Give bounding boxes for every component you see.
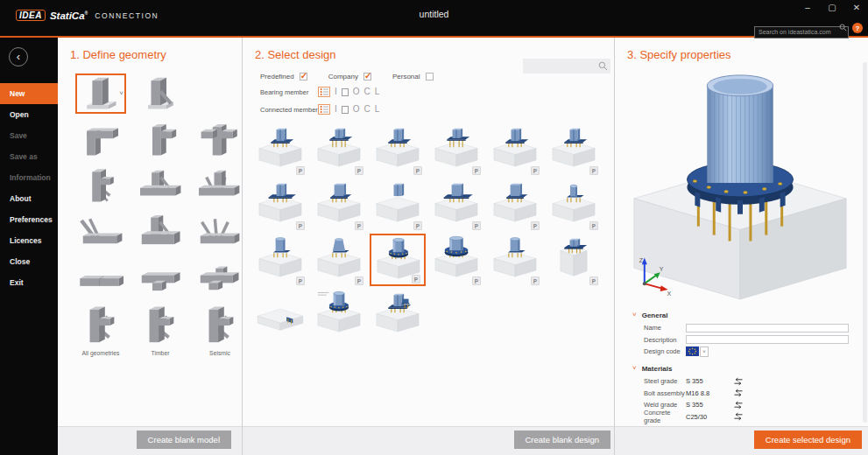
sidebar: ‹ NewOpenSaveSave asInformationAboutPref…	[0, 38, 58, 455]
design-item-circular-column-ring-large[interactable]: P	[428, 234, 484, 286]
geometry-item-beam-column-brace[interactable]	[134, 166, 184, 206]
checkbox-predefined[interactable]	[300, 73, 307, 80]
design-item-box-column-wide-plate[interactable]: P	[428, 178, 484, 231]
geometry-item-beam-splice[interactable]	[75, 259, 125, 299]
design-item-circular-column-plate[interactable]: P	[252, 234, 308, 286]
circular-column-plate-thumbnail	[253, 234, 307, 277]
sidebar-item-open[interactable]: Open	[0, 104, 58, 125]
design-item-circular-column-tapered[interactable]: P	[311, 234, 367, 286]
geometry-item-beam-cross-stubs[interactable]	[192, 259, 242, 299]
description-field[interactable]	[686, 335, 849, 344]
channel-section-icon[interactable]: C	[364, 105, 370, 114]
sidebar-item-exit[interactable]: Exit	[0, 272, 58, 293]
checkbox-company[interactable]	[363, 73, 371, 80]
design-item-box-column-base[interactable]: P	[311, 178, 367, 231]
panel3-title: 3. Specify properties	[627, 48, 868, 61]
design-item-circular-column-base[interactable]: P	[487, 234, 543, 286]
section-general[interactable]: ˅ General	[632, 310, 868, 320]
filter-label: Predefined	[260, 73, 294, 80]
back-button[interactable]: ‹	[9, 47, 28, 66]
beam-column-diagonal-icon	[135, 214, 182, 251]
geometry-item-column-base-brace[interactable]	[135, 74, 186, 114]
geometry-item-beam-column-two-braces[interactable]	[192, 166, 242, 206]
design-item-box-column-base-2[interactable]: P	[487, 178, 543, 231]
i-column-base-shear-thumbnail	[488, 123, 542, 167]
design-item-i-column-standoff-anchors[interactable]: P	[428, 123, 484, 176]
geometry-item-braces-to-beam[interactable]	[75, 213, 125, 253]
material-label: Bolt assembly	[644, 389, 686, 397]
swap-icon[interactable]	[733, 412, 744, 421]
angle-section-icon[interactable]: L	[375, 105, 380, 114]
all-sections-icon[interactable]	[318, 104, 330, 115]
swap-icon[interactable]	[733, 401, 744, 410]
angle-section-icon[interactable]: L	[375, 88, 380, 96]
geometry-item-column-beam-braces[interactable]	[75, 166, 125, 206]
properties-scrollbar[interactable]	[863, 62, 867, 423]
design-item-i-column-base-plate-3[interactable]: P	[546, 123, 602, 176]
window-controls: – ▢ ✕	[801, 3, 863, 12]
geometry-item-beam-column-diagonal[interactable]	[134, 213, 184, 253]
design-item-i-column-plain[interactable]: P	[370, 178, 426, 231]
knee-corner-icon	[76, 122, 123, 158]
i-column-plain-thumbnail	[370, 178, 425, 222]
chevron-down-icon[interactable]: ˅	[119, 89, 123, 97]
geometry-item-column-beam[interactable]	[134, 120, 184, 160]
help-icon[interactable]: ?	[852, 23, 863, 33]
geometry-item-multi-member-timber[interactable]: Timber	[135, 305, 186, 356]
3d-preview[interactable]: Z Y X	[618, 65, 868, 306]
geometry-item-multi-member-seismic[interactable]: Seismic	[194, 305, 245, 356]
minimize-button[interactable]: –	[801, 3, 814, 12]
geometry-item-column-beams-cross[interactable]	[192, 120, 242, 160]
geometry-item-beam-three-diagonals[interactable]	[192, 213, 242, 253]
chevron-down-icon: ˅	[632, 312, 637, 318]
sidebar-item-information: Information	[0, 167, 58, 188]
i-section-icon[interactable]: I	[335, 105, 337, 114]
i-section-icon[interactable]: I	[335, 88, 337, 96]
geometry-item-multi-member-all-geometries[interactable]: All geometries	[75, 305, 126, 356]
close-button[interactable]: ✕	[850, 3, 863, 12]
name-field[interactable]	[686, 324, 849, 332]
create-selected-design-button[interactable]: Create selected design	[754, 430, 862, 449]
geometry-item-knee-corner[interactable]	[75, 120, 125, 160]
swap-icon[interactable]	[733, 377, 744, 386]
geometry-grid: ˅All geometriesTimberSeismic	[58, 74, 242, 356]
sidebar-item-preferences[interactable]: Preferences	[0, 209, 58, 230]
channel-section-icon[interactable]: C	[364, 88, 370, 96]
global-search-input[interactable]	[754, 26, 849, 38]
sidebar-item-new[interactable]: New	[0, 83, 58, 104]
design-item-i-column-base-plate-2[interactable]: P	[370, 123, 426, 176]
sidebar-item-about[interactable]: About	[0, 188, 58, 209]
predefined-badge: P	[472, 276, 481, 285]
all-sections-icon[interactable]	[318, 87, 330, 97]
design-item-circular-column-small[interactable]: P	[546, 178, 602, 231]
design-item-column-on-pier[interactable]: P	[546, 234, 602, 286]
checkbox-personal[interactable]	[426, 73, 434, 80]
design-item-slab-side-bracket[interactable]	[252, 289, 308, 341]
beam-three-diagonals-icon	[194, 214, 241, 251]
predefined-badge: P	[531, 221, 540, 230]
sidebar-item-licences[interactable]: Licences	[0, 230, 58, 251]
swap-icon[interactable]	[733, 388, 744, 397]
design-item-i-column-base-plate[interactable]: P	[252, 123, 308, 176]
design-search-input[interactable]	[523, 61, 610, 76]
panel-define-geometry: 1. Define geometry ˅All geometriesTimber…	[58, 38, 242, 426]
rect-hollow-section-icon[interactable]	[342, 106, 349, 114]
design-item-i-column-bracket[interactable]	[370, 289, 426, 341]
design-item-i-column-base-shear[interactable]: P	[487, 123, 543, 176]
geometry-item-column-base[interactable]: ˅	[75, 74, 126, 114]
sidebar-item-close[interactable]: Close	[0, 251, 58, 272]
maximize-button[interactable]: ▢	[826, 3, 838, 12]
section-materials[interactable]: ˅ Materials	[632, 363, 868, 374]
create-blank-model-button[interactable]: Create blank model	[137, 430, 231, 449]
design-code-select[interactable]: ˅	[686, 346, 709, 357]
create-blank-design-button[interactable]: Create blank design	[514, 430, 611, 449]
design-item-i-column-wide-plate[interactable]: P	[252, 178, 308, 231]
design-item-circular-ring-annotated[interactable]	[311, 289, 367, 341]
rect-hollow-section-icon[interactable]	[342, 88, 349, 96]
design-item-circular-column-ring-flange[interactable]: P	[370, 234, 426, 286]
circular-hollow-section-icon[interactable]: O	[353, 88, 360, 96]
predefined-badge: P	[355, 166, 363, 175]
circular-hollow-section-icon[interactable]: O	[353, 105, 360, 114]
design-item-i-column-standoff[interactable]: P	[311, 123, 367, 176]
geometry-item-beam-bottom-stub[interactable]	[134, 259, 184, 299]
